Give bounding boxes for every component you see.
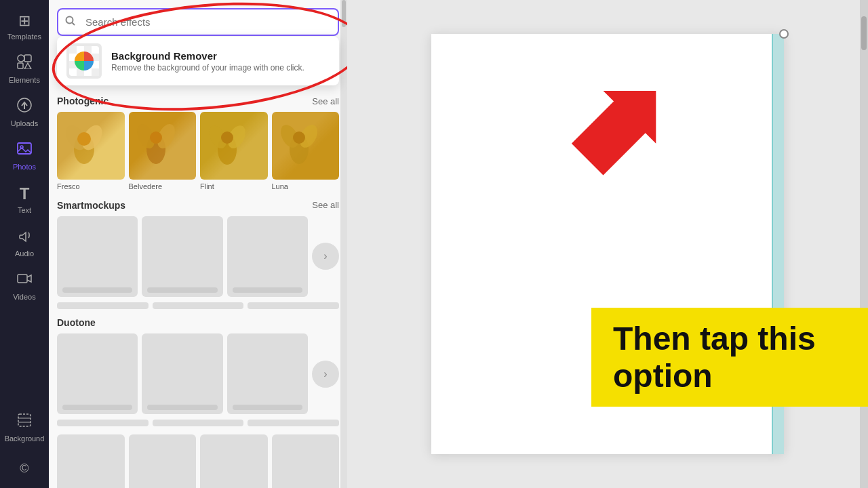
svg-rect-6 <box>18 143 31 154</box>
brand-icon: © <box>20 462 28 476</box>
yellow-banner: Then tap this option <box>591 308 868 407</box>
panel-scrollbar-thumb <box>342 0 346 27</box>
sidebar-item-uploads[interactable]: Uploads <box>0 91 49 134</box>
sidebar-item-label: Uploads <box>11 119 38 127</box>
templates-icon: ⊞ <box>18 12 31 30</box>
photo-label-belvedere: Belvedere <box>129 182 163 190</box>
search-bar-container <box>57 8 339 36</box>
photogenic-section-header: Photogenic See all <box>57 96 339 106</box>
svg-point-12 <box>66 16 73 23</box>
sidebar-item-label: Text <box>18 206 31 214</box>
sidebar-item-audio[interactable]: Audio <box>0 221 49 264</box>
photo-item-fresco[interactable]: Fresco <box>57 112 125 192</box>
text-icon: T <box>20 184 30 203</box>
dropdown-description: Remove the background of your image with… <box>111 63 304 73</box>
photos-icon <box>17 141 32 160</box>
svg-point-35 <box>221 131 233 144</box>
sidebar-item-background[interactable]: Background <box>0 406 49 449</box>
svg-point-31 <box>150 131 162 144</box>
effects-panel: Background Remover Remove the background… <box>49 0 347 488</box>
dropdown-result[interactable]: Background Remover Remove the background… <box>57 37 339 85</box>
videos-icon <box>17 271 32 290</box>
smartmockup-item-1[interactable] <box>57 216 138 297</box>
svg-point-0 <box>18 55 24 62</box>
svg-rect-9 <box>18 414 31 426</box>
sidebar-item-label: Audio <box>15 249 34 258</box>
svg-rect-15 <box>69 46 77 54</box>
canvas-scrollbar-thumb <box>861 16 867 50</box>
panel-scrollbar[interactable] <box>340 0 347 488</box>
sidebar-item-label: Background <box>5 434 45 443</box>
photo-item-luna[interactable]: Luna <box>272 112 340 192</box>
sidebar-item-label: Photos <box>13 163 36 171</box>
dropdown-title: Background Remover <box>111 50 304 62</box>
dropdown-icon <box>66 43 102 79</box>
smartmockups-section-header: Smartmockups See all <box>57 200 339 211</box>
sidebar-item-videos[interactable]: Videos <box>0 264 49 308</box>
canvas-scrollbar[interactable] <box>860 0 868 488</box>
svg-rect-22 <box>92 68 99 76</box>
photo-label-fresco: Fresco <box>57 182 80 190</box>
sidebar-item-label: Videos <box>13 293 35 301</box>
photo-label-luna: Luna <box>272 182 288 190</box>
svg-point-27 <box>77 132 91 146</box>
dropdown-text: Background Remover Remove the background… <box>111 50 304 73</box>
sidebar-item-label: Elements <box>9 76 40 84</box>
photo-label-flint: Flint <box>200 182 214 190</box>
audio-icon <box>17 228 32 247</box>
smartmockup-arrow[interactable]: › <box>312 243 339 270</box>
svg-rect-8 <box>18 274 27 283</box>
svg-point-39 <box>293 131 305 144</box>
canvas-area: Then tap this option <box>347 0 868 488</box>
sidebar-item-templates[interactable]: ⊞ Templates <box>0 5 49 47</box>
sidebar-item-photos[interactable]: Photos <box>0 134 49 178</box>
duotone-item-3[interactable] <box>227 333 308 414</box>
sidebar: ⊞ Templates Elements Uploads Photos T Te… <box>0 0 49 488</box>
photo-item-flint[interactable]: Flint <box>200 112 268 192</box>
uploads-icon <box>17 98 32 117</box>
sidebar-item-brand[interactable]: © <box>0 455 49 483</box>
smartmockup-item-2[interactable] <box>142 216 222 297</box>
photogenic-title: Photogenic <box>57 96 108 106</box>
smartmockups-grid: › <box>57 216 339 297</box>
search-icon <box>65 16 76 29</box>
duotone-section-header: Duotone <box>57 317 339 328</box>
svg-line-13 <box>73 22 75 25</box>
svg-rect-1 <box>24 55 31 62</box>
photogenic-grid: Fresco Belvedere <box>57 112 339 192</box>
duotone-grid: › <box>57 333 339 414</box>
panel-content: Photogenic See all Fresco <box>49 82 347 488</box>
svg-marker-2 <box>24 63 31 69</box>
banner-text: Then tap this option <box>613 320 846 394</box>
photogenic-see-all[interactable]: See all <box>312 96 339 106</box>
svg-rect-3 <box>18 63 23 68</box>
smartmockups-see-all[interactable]: See all <box>312 200 339 210</box>
sidebar-item-elements[interactable]: Elements <box>0 47 49 91</box>
smartmockups-title: Smartmockups <box>57 200 125 211</box>
search-input[interactable] <box>57 8 339 36</box>
duotone-item-2[interactable] <box>142 333 222 414</box>
background-icon <box>17 413 32 432</box>
smartmockup-item-3[interactable] <box>227 216 308 297</box>
photo-item-belvedere[interactable]: Belvedere <box>129 112 197 192</box>
elements-icon <box>17 54 32 73</box>
duotone-arrow[interactable]: › <box>312 361 339 388</box>
sidebar-item-text[interactable]: T Text <box>0 178 49 221</box>
canvas-handle[interactable] <box>779 29 789 39</box>
sidebar-item-label: Templates <box>7 33 41 41</box>
duotone-title: Duotone <box>57 317 96 328</box>
duotone-item-1[interactable] <box>57 333 138 414</box>
